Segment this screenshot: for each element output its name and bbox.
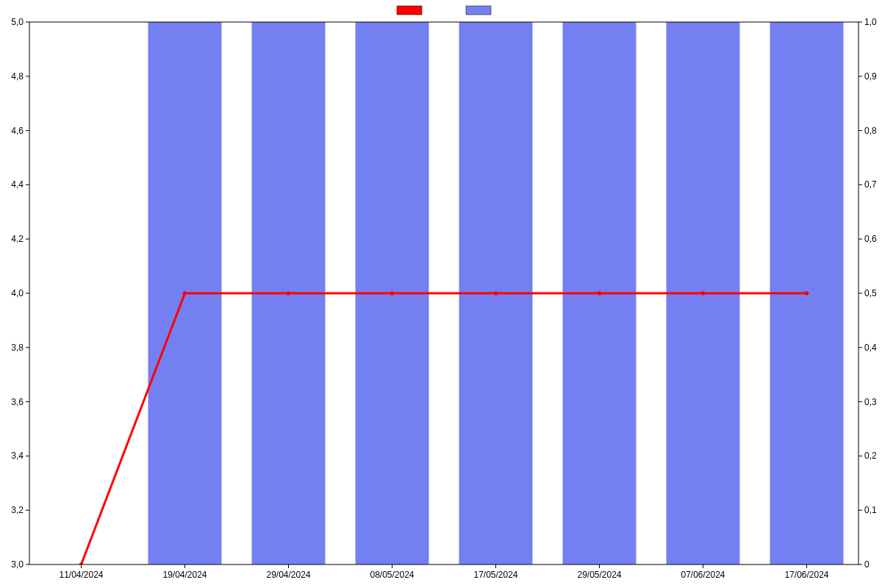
line-marker bbox=[598, 291, 602, 295]
x-tick-label: 17/05/2024 bbox=[473, 570, 517, 580]
y-right-tick-label: 0,4 bbox=[864, 343, 877, 353]
y-left-tick-label: 3,2 bbox=[11, 505, 24, 515]
y-right-tick-label: 0 bbox=[864, 559, 870, 570]
chart-container: 3,03,23,43,63,84,04,24,44,64,85,000,10,2… bbox=[0, 0, 882, 588]
y-left-tick-label: 4,8 bbox=[11, 71, 24, 82]
legend-swatch bbox=[466, 6, 491, 15]
y-right-tick-label: 0,8 bbox=[864, 126, 877, 136]
line-marker bbox=[805, 291, 809, 295]
line-marker bbox=[287, 291, 291, 295]
x-tick-label: 29/05/2024 bbox=[577, 570, 621, 580]
x-tick-label: 08/05/2024 bbox=[370, 570, 414, 580]
x-tick-label: 19/04/2024 bbox=[162, 570, 207, 580]
y-left-tick-label: 3,0 bbox=[11, 559, 24, 570]
chart-svg: 3,03,23,43,63,84,04,24,44,64,85,000,10,2… bbox=[0, 0, 882, 588]
line-marker bbox=[701, 291, 706, 295]
y-left-tick-label: 4,0 bbox=[11, 288, 24, 298]
x-tick-label: 11/04/2024 bbox=[59, 570, 103, 580]
line-marker bbox=[183, 291, 187, 295]
y-left-tick-label: 3,4 bbox=[11, 451, 24, 461]
line-marker bbox=[494, 291, 498, 295]
y-right-tick-label: 0,9 bbox=[864, 71, 877, 82]
y-left-tick-label: 4,4 bbox=[11, 179, 24, 190]
y-left-tick-label: 3,8 bbox=[11, 343, 24, 353]
x-tick-label: 17/06/2024 bbox=[784, 570, 828, 580]
y-right-tick-label: 1,0 bbox=[864, 17, 877, 27]
y-right-tick-label: 0,6 bbox=[864, 234, 877, 244]
y-right-tick-label: 0,3 bbox=[864, 397, 877, 407]
y-right-tick-label: 0,7 bbox=[864, 179, 877, 190]
y-left-tick-label: 5,0 bbox=[11, 17, 24, 27]
legend-swatch bbox=[397, 6, 422, 15]
y-right-tick-label: 0,5 bbox=[864, 288, 877, 298]
line-marker bbox=[390, 291, 395, 295]
x-tick-label: 29/04/2024 bbox=[266, 570, 310, 580]
y-right-tick-label: 0,1 bbox=[864, 505, 877, 515]
y-left-tick-label: 4,6 bbox=[11, 126, 24, 136]
x-tick-label: 07/06/2024 bbox=[681, 570, 725, 580]
y-left-tick-label: 4,2 bbox=[11, 234, 24, 244]
y-right-tick-label: 0,2 bbox=[864, 451, 877, 461]
y-left-tick-label: 3,6 bbox=[11, 397, 24, 407]
